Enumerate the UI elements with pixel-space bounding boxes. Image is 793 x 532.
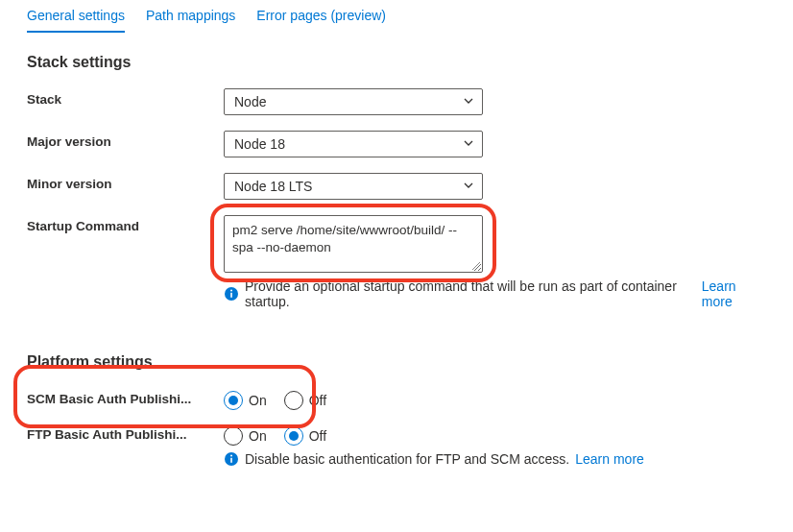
minor-version-label: Minor version	[27, 173, 224, 191]
chevron-down-icon	[463, 94, 474, 109]
stack-value: Node	[234, 94, 266, 109]
tabs: General settings Path mappings Error pag…	[27, 0, 766, 33]
section-stack-settings: Stack settings	[27, 54, 766, 71]
ftp-radio-off[interactable]: Off	[284, 426, 326, 446]
svg-point-2	[230, 290, 232, 292]
ftp-on-label: On	[249, 428, 267, 444]
major-version-label: Major version	[27, 131, 224, 149]
tab-general-settings[interactable]: General settings	[27, 4, 125, 33]
startup-command-value: pm2 serve /home/site/wwwroot/build/ --sp…	[232, 223, 457, 254]
tab-path-mappings[interactable]: Path mappings	[146, 4, 235, 33]
svg-rect-4	[230, 458, 232, 463]
chevron-down-icon	[463, 179, 474, 194]
major-version-value: Node 18	[234, 136, 285, 152]
tab-error-pages[interactable]: Error pages (preview)	[256, 4, 386, 33]
svg-point-5	[230, 455, 232, 457]
startup-command-input[interactable]: pm2 serve /home/site/wwwroot/build/ --sp…	[224, 215, 483, 273]
scm-radio-group: On Off	[224, 388, 326, 410]
info-icon	[224, 451, 239, 467]
ftp-info-text: Disable basic authentication for FTP and…	[245, 451, 569, 467]
scm-on-label: On	[249, 393, 267, 408]
stack-label: Stack	[27, 88, 224, 107]
scm-off-label: Off	[309, 393, 326, 408]
chevron-down-icon	[463, 136, 474, 152]
ftp-label: FTP Basic Auth Publishi...	[27, 423, 224, 442]
info-icon	[224, 286, 239, 302]
scm-label: SCM Basic Auth Publishi...	[27, 388, 224, 406]
ftp-radio-on[interactable]: On	[224, 426, 267, 446]
major-version-select[interactable]: Node 18	[224, 131, 483, 157]
svg-rect-1	[230, 293, 232, 298]
ftp-off-label: Off	[309, 428, 326, 444]
ftp-learn-more-link[interactable]: Learn more	[575, 451, 644, 467]
ftp-radio-group: On Off	[224, 423, 326, 446]
startup-command-label: Startup Command	[27, 215, 224, 233]
minor-version-select[interactable]: Node 18 LTS	[224, 173, 483, 200]
section-platform-settings: Platform settings	[27, 353, 766, 371]
scm-radio-off[interactable]: Off	[284, 391, 326, 410]
minor-version-value: Node 18 LTS	[234, 179, 312, 194]
stack-select[interactable]: Node	[224, 88, 483, 115]
startup-learn-more-link[interactable]: Learn more	[702, 278, 766, 309]
startup-info-text: Provide an optional startup command that…	[245, 278, 696, 309]
scm-radio-on[interactable]: On	[224, 391, 267, 410]
